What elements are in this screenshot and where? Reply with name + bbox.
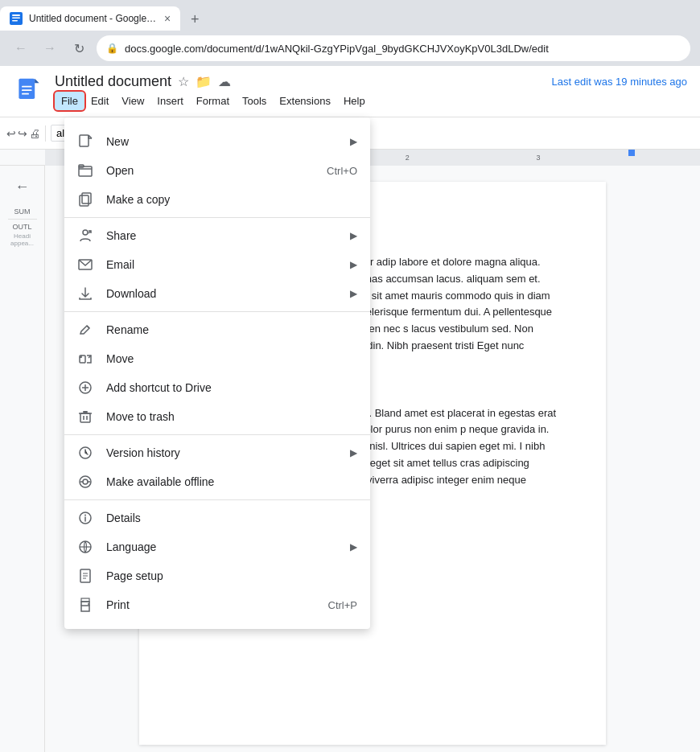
svg-point-13 (83, 230, 88, 235)
file-menu-details[interactable]: Details (64, 503, 370, 532)
email-icon (77, 257, 93, 273)
svg-rect-17 (80, 413, 90, 422)
trash-icon (77, 409, 93, 425)
file-menu-print[interactable]: Print Ctrl+P (64, 590, 370, 619)
file-menu-section-5: Details Language ▶ Page setup Print (64, 500, 370, 623)
email-submenu-arrow: ▶ (350, 259, 357, 270)
file-menu-copy[interactable]: Make a copy (64, 185, 370, 214)
page-setup-icon (77, 568, 93, 584)
file-menu-open[interactable]: Open Ctrl+O (64, 156, 370, 185)
offline-icon (77, 474, 93, 490)
file-download-label: Download (106, 287, 337, 300)
share-icon (77, 228, 93, 244)
version-history-arrow: ▶ (350, 447, 357, 458)
file-open-label: Open (106, 164, 314, 177)
share-submenu-arrow: ▶ (350, 230, 357, 241)
file-copy-label: Make a copy (106, 193, 357, 206)
file-menu-download[interactable]: Download ▶ (64, 279, 370, 308)
file-page-setup-label: Page setup (106, 569, 357, 582)
svg-rect-9 (79, 166, 92, 176)
file-email-label: Email (106, 258, 337, 271)
file-menu-shortcut[interactable]: Add shortcut to Drive (64, 373, 370, 402)
version-history-icon (77, 445, 93, 461)
svg-point-27 (88, 603, 89, 605)
file-new-label: New (106, 135, 337, 148)
file-share-label: Share (106, 229, 337, 242)
file-rename-label: Rename (106, 323, 357, 336)
file-menu-section-4: Version history ▶ Make available offline (64, 435, 370, 500)
file-open-shortcut: Ctrl+O (327, 165, 357, 177)
file-menu-section-2: Share ▶ Email ▶ Download ▶ (64, 218, 370, 312)
svg-rect-26 (81, 598, 89, 602)
svg-rect-25 (81, 606, 89, 611)
dropdown-overlay: New ▶ Open Ctrl+O Make a copy (0, 0, 700, 752)
file-menu-trash[interactable]: Move to trash (64, 402, 370, 431)
file-menu-offline[interactable]: Make available offline (64, 467, 370, 496)
svg-point-20 (83, 479, 88, 484)
file-menu-version-history[interactable]: Version history ▶ (64, 438, 370, 467)
file-menu-section-3: Rename Move Add shortcut to Drive Move t… (64, 312, 370, 435)
file-dropdown-menu: New ▶ Open Ctrl+O Make a copy (64, 117, 370, 629)
print-icon (77, 597, 93, 613)
svg-rect-11 (82, 193, 91, 203)
file-menu-email[interactable]: Email ▶ (64, 250, 370, 279)
new-submenu-arrow: ▶ (350, 136, 357, 147)
download-submenu-arrow: ▶ (350, 288, 357, 299)
file-offline-label: Make available offline (106, 475, 357, 488)
file-menu-page-setup[interactable]: Page setup (64, 561, 370, 590)
open-icon (77, 162, 93, 179)
file-menu-rename[interactable]: Rename (64, 315, 370, 344)
svg-rect-8 (80, 135, 89, 146)
file-version-history-label: Version history (106, 446, 337, 459)
svg-rect-12 (80, 195, 89, 206)
file-trash-label: Move to trash (106, 410, 357, 423)
svg-point-22 (84, 515, 86, 516)
file-shortcut-label: Add shortcut to Drive (106, 381, 357, 394)
file-language-label: Language (106, 540, 337, 553)
file-menu-new[interactable]: New ▶ (64, 127, 370, 156)
language-icon (77, 539, 93, 555)
new-icon (77, 134, 93, 150)
download-icon (77, 286, 93, 302)
language-arrow: ▶ (350, 541, 357, 553)
file-details-label: Details (106, 512, 357, 524)
copy-icon (77, 191, 93, 208)
file-print-label: Print (106, 598, 315, 611)
file-print-shortcut: Ctrl+P (328, 599, 357, 611)
shortcut-icon (77, 380, 93, 396)
file-move-label: Move (106, 352, 357, 365)
rename-icon (77, 322, 93, 338)
file-menu-section-1: New ▶ Open Ctrl+O Make a copy (64, 124, 370, 218)
details-icon (77, 510, 93, 526)
file-menu-move[interactable]: Move (64, 344, 370, 373)
move-icon (77, 351, 93, 367)
file-menu-share[interactable]: Share ▶ (64, 221, 370, 250)
file-menu-language[interactable]: Language ▶ (64, 532, 370, 561)
